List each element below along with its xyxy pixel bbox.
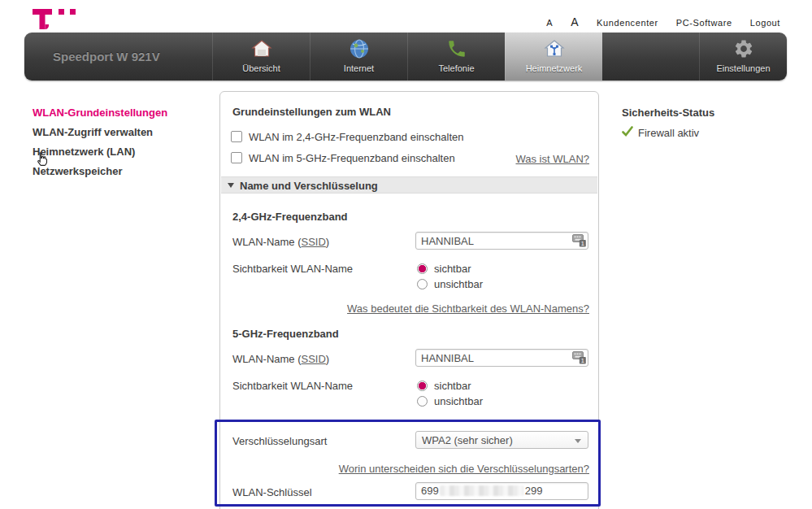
svg-text:1: 1	[581, 240, 584, 247]
font-size-large-button[interactable]: A	[571, 15, 579, 28]
wlan-name-24-input[interactable]	[415, 232, 588, 250]
tab-heimnetzwerk[interactable]: Heimnetzwerk	[505, 33, 602, 80]
radio-24-unsichtbar-label: unsichtbar	[434, 278, 483, 290]
home-icon	[213, 38, 310, 61]
tab-einstellungen[interactable]: Einstellungen	[699, 33, 787, 80]
sidebar-item-netzwerkspeicher[interactable]: Netzwerkspeicher	[33, 165, 123, 177]
header-links: A A Kundencenter PC-Software Logout	[546, 15, 780, 28]
chevron-down-icon	[228, 183, 234, 188]
device-name: Speedport W 921V	[53, 50, 160, 63]
pc-software-link[interactable]: PC-Software	[676, 18, 732, 28]
home-network-icon	[506, 38, 602, 61]
radio-24-unsichtbar[interactable]	[417, 279, 428, 289]
tab-label: Einstellungen	[700, 63, 787, 73]
sidebar-item-wlan-grundeinstellungen[interactable]: WLAN-Grundeinstellungen	[33, 107, 167, 119]
visibility-24-label: Sichtbarkeit WLAN-Name	[232, 263, 353, 275]
dropdown-value: WPA2 (sehr sicher)	[422, 434, 513, 446]
key-masked-area	[440, 485, 523, 496]
checkbox-wlan-5ghz[interactable]	[231, 152, 242, 163]
checkbox-wlan-24ghz-label: WLAN im 2,4-GHz-Frequenzband einschalten	[249, 131, 463, 143]
firewall-status-label: Firewall aktiv	[638, 127, 699, 139]
radio-5-unsichtbar[interactable]	[417, 396, 428, 407]
tab-label: Heimnetzwerk	[506, 63, 602, 73]
tab-uebersicht[interactable]: Übersicht	[212, 33, 310, 80]
router-config-page: A A Kundencenter PC-Software Logout Spee…	[0, 0, 812, 509]
wlan-name-24-label: WLAN-Name (SSID)	[232, 236, 329, 248]
radio-5-unsichtbar-label: unsichtbar	[434, 395, 483, 407]
sidebar-item-heimnetzwerk-lan[interactable]: Heimnetzwerk (LAN)	[33, 146, 135, 158]
font-size-small-button[interactable]: A	[546, 18, 553, 28]
kundencenter-link[interactable]: Kundencenter	[597, 18, 658, 28]
visibility-5-label: Sichtbarkeit WLAN-Name	[232, 380, 353, 392]
chevron-down-icon	[575, 439, 581, 443]
label-text: )	[326, 236, 329, 248]
radio-24-sichtbar[interactable]	[417, 263, 428, 274]
ssid-link[interactable]: SSID	[302, 236, 326, 248]
wlan-settings-panel: Grundeinstellungen zum WLAN WLAN im 2,4-…	[219, 91, 599, 509]
checkbox-wlan-5ghz-label: WLAN im 5-GHz-Frequenzband einschalten	[249, 152, 455, 164]
verschluesselungsart-label: Verschlüsselungsart	[232, 435, 327, 447]
radio-5-sichtbar[interactable]	[417, 381, 428, 391]
visibility-help-link[interactable]: Was bedeutet die Sichtbarkeit des WLAN-N…	[347, 302, 589, 315]
svg-text:1: 1	[581, 357, 584, 364]
tab-telefonie[interactable]: Telefonie	[407, 33, 505, 80]
wlan-name-5-label: WLAN-Name (SSID)	[232, 353, 329, 365]
name-verschluesselung-section-header[interactable]: Name und Verschlüsselung	[221, 176, 597, 194]
wlan-schluessel-input[interactable]: 699299	[415, 482, 588, 500]
encryption-help-link[interactable]: Worin unterscheiden sich die Verschlüsse…	[339, 463, 589, 475]
panel-title: Grundeinstellungen zum WLAN	[232, 106, 391, 118]
was-ist-wlan-link[interactable]: Was ist WLAN?	[515, 153, 589, 165]
logout-link[interactable]: Logout	[750, 18, 780, 28]
sidebar-item-wlan-zugriff[interactable]: WLAN-Zugriff verwalten	[33, 126, 153, 138]
ssid-link[interactable]: SSID	[302, 353, 326, 365]
tab-internet[interactable]: Internet	[310, 33, 407, 80]
section-header-label: Name und Verschlüsselung	[240, 180, 378, 192]
tab-label: Übersicht	[213, 63, 310, 73]
keyboard-icon[interactable]: 1	[572, 351, 586, 364]
checkbox-wlan-24ghz[interactable]	[231, 131, 242, 142]
radio-5-sichtbar-label: sichtbar	[434, 380, 471, 392]
radio-24-sichtbar-label: sichtbar	[434, 263, 471, 275]
globe-icon	[310, 38, 407, 61]
band-5ghz-title: 5-GHz-Frequenzband	[232, 328, 339, 340]
tab-label: Internet	[310, 63, 407, 73]
keyboard-icon[interactable]: 1	[572, 234, 586, 247]
main-navbar: Speedport W 921V Übersicht	[24, 33, 787, 80]
gear-icon	[700, 38, 787, 61]
check-icon	[622, 126, 633, 139]
tab-label: Telefonie	[408, 63, 505, 73]
verschluesselungsart-dropdown[interactable]: WPA2 (sehr sicher)	[415, 431, 588, 449]
band-24ghz-title: 2,4-GHz-Frequenzband	[232, 211, 348, 223]
key-suffix: 299	[525, 485, 543, 497]
key-prefix: 699	[421, 485, 439, 497]
phone-icon	[408, 38, 505, 61]
wlan-name-5-input[interactable]	[415, 349, 588, 367]
security-status-title: Sicherheits-Status	[622, 107, 714, 119]
telekom-logo	[31, 7, 89, 34]
wlan-schluessel-label: WLAN-Schlüssel	[232, 486, 312, 498]
label-text: WLAN-Name (	[232, 353, 302, 365]
label-text: )	[326, 353, 329, 365]
label-text: WLAN-Name (	[232, 236, 302, 248]
firewall-status: Firewall aktiv	[622, 126, 699, 139]
